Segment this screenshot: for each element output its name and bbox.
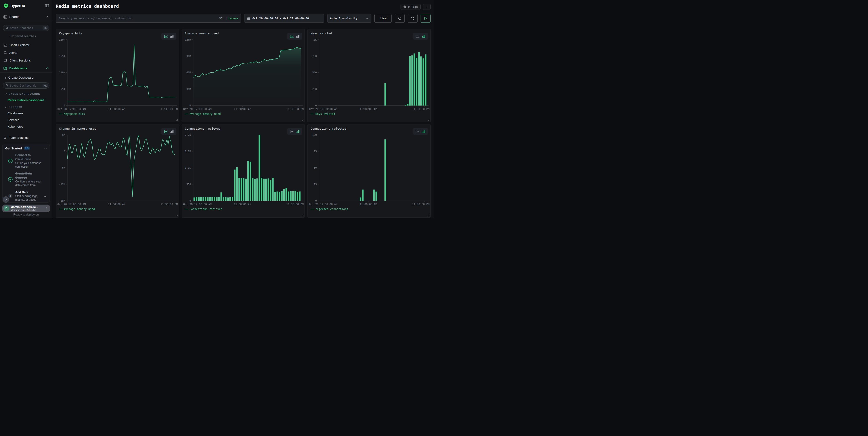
svg-text:11:00:00 AM: 11:00:00 AM bbox=[108, 203, 125, 206]
step-desc: Set up your database connection bbox=[15, 162, 44, 169]
chart-type-toggle[interactable] bbox=[161, 33, 176, 40]
lucene-toggle[interactable]: Lucene bbox=[228, 17, 238, 20]
get-started-header[interactable]: Get Started 2/3 bbox=[5, 146, 47, 150]
line-chart-icon bbox=[3, 43, 7, 47]
sidebar-item-team-settings[interactable]: ⚙ Team Settings bbox=[3, 136, 52, 139]
sidebar-item-alerts[interactable]: Alerts bbox=[0, 49, 52, 57]
page-title: Redis metrics dashboard bbox=[56, 3, 119, 9]
sql-toggle[interactable]: SQL bbox=[219, 17, 224, 20]
live-button[interactable]: Live bbox=[374, 14, 392, 23]
sidebar-item-clickhouse[interactable]: ClickHouse bbox=[7, 112, 52, 115]
saved-dashboards-section-header[interactable]: SAVED DASHBOARDS bbox=[5, 92, 52, 95]
svg-text:165K: 165K bbox=[59, 55, 65, 58]
resize-handle-icon[interactable] bbox=[176, 119, 178, 121]
sidebar: HyperDX Search ⌘K No saved searches bbox=[0, 0, 52, 218]
bar-chart-icon[interactable] bbox=[170, 35, 174, 38]
user-profile-chip[interactable]: D dominic.tran@clic... dominic.tran@clic… bbox=[2, 205, 50, 212]
sidebar-item-label: Client Sessions bbox=[9, 59, 49, 62]
chart-type-toggle[interactable] bbox=[413, 33, 428, 40]
check-circle-icon bbox=[5, 172, 15, 187]
saved-dashboards-field[interactable] bbox=[10, 84, 41, 87]
chevron-down-icon bbox=[5, 93, 7, 95]
chart-card-average-memory: Average memory used 030M60M90M120MOct 20… bbox=[182, 29, 305, 122]
saved-searches-field[interactable] bbox=[10, 26, 41, 30]
refresh-button[interactable] bbox=[395, 14, 405, 23]
line-chart-icon[interactable] bbox=[290, 35, 294, 38]
arrow-right-icon[interactable]: → bbox=[43, 194, 47, 198]
get-started-step-add-data[interactable]: 3 Add Data Start sending logs, metrics, … bbox=[5, 190, 47, 202]
resize-handle-icon[interactable] bbox=[428, 119, 429, 121]
bar-chart-icon[interactable] bbox=[422, 130, 425, 133]
resize-handle-icon[interactable] bbox=[302, 119, 303, 121]
svg-text:220K: 220K bbox=[59, 38, 65, 41]
presets-section-header[interactable]: PRESETS bbox=[5, 106, 52, 109]
divider bbox=[0, 72, 52, 73]
svg-text:120M: 120M bbox=[185, 38, 191, 41]
check-circle-icon bbox=[5, 153, 15, 169]
get-started-card: Get Started 2/3 Connect to ClickHouse Se… bbox=[2, 144, 50, 203]
chevron-down-icon bbox=[366, 17, 369, 20]
resize-handle-icon[interactable] bbox=[428, 214, 429, 216]
svg-text:rejected connections: rejected connections bbox=[315, 207, 348, 211]
sidebar-item-chart-explorer[interactable]: Chart Explorer bbox=[0, 41, 52, 49]
sidebar-item-services[interactable]: Services bbox=[7, 118, 52, 122]
line-chart-icon[interactable] bbox=[164, 35, 168, 38]
section-header-label: SAVED DASHBOARDS bbox=[9, 92, 40, 95]
sidebar-item-kubernetes[interactable]: Kubernetes bbox=[7, 125, 52, 128]
search-icon bbox=[5, 26, 8, 29]
bar-chart-icon[interactable] bbox=[170, 130, 174, 133]
saved-dashboards-input[interactable]: ⌘K bbox=[3, 83, 50, 89]
filter-button[interactable] bbox=[408, 14, 417, 23]
bar-chart-icon[interactable] bbox=[422, 35, 425, 38]
sidebar-item-dashboards[interactable]: Dashboards bbox=[0, 64, 52, 72]
chart-type-toggle[interactable] bbox=[413, 128, 428, 135]
play-icon bbox=[424, 17, 427, 20]
language-separator: | bbox=[226, 17, 227, 20]
svg-text:60M: 60M bbox=[186, 71, 191, 74]
line-chart-icon[interactable] bbox=[416, 130, 420, 133]
event-search-box[interactable]: SQL | Lucene bbox=[56, 14, 241, 23]
line-chart-icon[interactable] bbox=[164, 130, 168, 133]
bar-chart-icon[interactable] bbox=[296, 130, 300, 133]
chevron-up-icon[interactable] bbox=[46, 67, 49, 69]
sidebar-item-search[interactable]: Search bbox=[0, 15, 52, 22]
bell-icon bbox=[3, 51, 7, 54]
get-started-step-datasources[interactable]: Create Data Sources Configure where your… bbox=[5, 172, 47, 187]
plus-icon: + bbox=[5, 76, 7, 80]
chevron-down-icon bbox=[5, 106, 7, 109]
sidebar-item-redis-dashboard[interactable]: Redis metrics dashboard bbox=[7, 98, 52, 102]
chevron-up-icon[interactable] bbox=[44, 147, 47, 150]
chart-type-toggle[interactable] bbox=[287, 33, 302, 40]
collapse-sidebar-icon[interactable] bbox=[45, 4, 49, 7]
create-dashboard-button[interactable]: + Create Dashboard bbox=[5, 76, 52, 80]
app-title: HyperDX bbox=[10, 4, 43, 8]
bar-chart-icon[interactable] bbox=[296, 35, 300, 38]
journal-icon bbox=[3, 15, 7, 19]
event-search-input[interactable] bbox=[59, 17, 217, 20]
chart-type-toggle[interactable] bbox=[287, 128, 302, 135]
chart-type-toggle[interactable] bbox=[161, 128, 176, 135]
svg-text:Connections recieved: Connections recieved bbox=[190, 207, 222, 211]
line-chart-icon[interactable] bbox=[416, 35, 420, 38]
svg-text:100: 100 bbox=[312, 134, 317, 137]
svg-text:250: 250 bbox=[312, 88, 317, 91]
saved-searches-input[interactable]: ⌘K bbox=[3, 25, 50, 31]
tags-button[interactable]: 0 Tags bbox=[401, 4, 421, 10]
chart-plot: 030M60M90M120MOct 20 12:00:00 AM11:00:00… bbox=[182, 29, 305, 122]
tag-icon bbox=[403, 5, 406, 8]
date-range-picker[interactable]: Oct 20 00:00:00 - Oct 21 00:00:00 bbox=[244, 14, 324, 23]
sidebar-item-client-sessions[interactable]: Client Sessions bbox=[0, 57, 52, 64]
line-chart-icon[interactable] bbox=[290, 130, 294, 133]
resize-handle-icon[interactable] bbox=[302, 214, 303, 216]
resize-handle-icon[interactable] bbox=[176, 214, 178, 216]
granularity-select[interactable]: Auto Granularity bbox=[327, 14, 371, 23]
help-button[interactable]: ? bbox=[3, 196, 9, 203]
more-menu-button[interactable]: ⋮ bbox=[423, 4, 431, 10]
run-query-button[interactable] bbox=[421, 14, 431, 23]
team-settings-label: Team Settings bbox=[9, 136, 28, 139]
date-range-value: Oct 20 00:00:00 - Oct 21 00:00:00 bbox=[252, 17, 309, 20]
chevron-up-icon[interactable] bbox=[46, 16, 49, 18]
get-started-title: Get Started bbox=[5, 147, 22, 150]
chart-title: Connections rejected bbox=[311, 127, 346, 130]
get-started-step-connect[interactable]: Connect to ClickHouse Set up your databa… bbox=[5, 153, 47, 169]
